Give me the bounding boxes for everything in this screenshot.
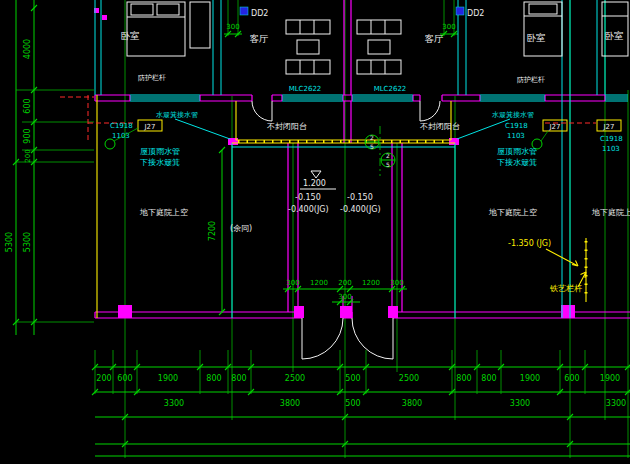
bed-left (127, 2, 185, 56)
dim-left-4000: 4000 (23, 39, 32, 59)
dim-left-5300-outer: 5300 (5, 232, 14, 252)
dim-r1-0: 200 (96, 374, 111, 383)
dim-r1-7: 2500 (399, 374, 419, 383)
dim-r1-12: 1900 (600, 374, 620, 383)
note-scupper-right: 水簸箕接水管 (492, 111, 534, 119)
sofa-right (357, 20, 401, 74)
wardrobe-left (190, 2, 210, 48)
dim-mid-300b: 300 (390, 279, 403, 287)
tag-mlc2622-right: MLC2622 (374, 85, 407, 93)
dd2-symbol-right (456, 7, 464, 15)
note-courtyard-right: 地下庭院上空 (488, 208, 537, 217)
dim-7200: 7200 (208, 221, 217, 241)
dim-r1-3: 800 (206, 374, 221, 383)
room-label-bedroom-left: 卧室 (121, 30, 140, 41)
dim-mid-1200a: 1200 (310, 279, 328, 287)
grid-centerlines (125, 0, 628, 458)
top-dimensions: 300 300 (224, 0, 458, 37)
tag-j27-far-right: J27 (603, 123, 615, 131)
tag-c1918-right: C1918 (505, 122, 528, 130)
tag-c1918-size-left: 1103 (112, 132, 130, 140)
level-minus-0400-a: -0.400(JG) (288, 205, 329, 214)
balcony-door-left (252, 101, 272, 121)
dim-left-5300-inner: 5300 (23, 232, 32, 252)
dim-r2-1: 3800 (280, 399, 300, 408)
column (561, 305, 575, 318)
bed-right (524, 2, 562, 56)
level-minus-0150-b: -0.150 (347, 193, 373, 202)
dim-r1-10: 1900 (520, 374, 540, 383)
dim-r2-4: 3300 (510, 399, 530, 408)
level-1200: 1.200 (303, 179, 326, 188)
dim-mid-1200b: 1200 (362, 279, 380, 287)
balcony-door-right (420, 101, 440, 121)
tag-c1918-left: C1918 (110, 122, 133, 130)
dim-r1-2: 1900 (158, 374, 178, 383)
cad-drawing-area[interactable]: 4000 600 900 200 5300 5300 300 300 (0, 0, 630, 464)
tag-j27-right: J27 (549, 123, 561, 131)
tag-mlc2622-left: MLC2622 (289, 85, 322, 93)
section-marker-1: 2 5 (365, 134, 379, 150)
dim-left-900: 900 (23, 128, 32, 143)
level-minus-1350: -1.350 (JG) (508, 239, 551, 248)
tag-dd2-right: DD2 (467, 9, 484, 18)
dim-r1-6: 500 (345, 374, 360, 383)
section-number: 2 (386, 152, 390, 159)
dim-r1-4: 800 (231, 374, 246, 383)
dd2-symbol-left (240, 7, 248, 15)
bed-far-right (602, 2, 628, 56)
section-marker-2: 2 5 (381, 152, 395, 168)
level-minus-0400-b: -0.400(JG) (340, 205, 381, 214)
note-scupper-left: 水簸箕接水管 (156, 111, 198, 119)
dim-left-200: 200 (24, 149, 32, 162)
dim-r1-8: 800 (456, 374, 471, 383)
dim-r2-0: 3300 (164, 399, 184, 408)
note-rain-pipe-1-right: 屋顶雨水管 (497, 147, 537, 156)
column (340, 306, 352, 318)
section-number: 2 (370, 134, 374, 141)
wall-mark (102, 15, 107, 20)
dim-mid-300c: 300 (338, 293, 351, 301)
note-guard-railing-right: 防护栏杆 (517, 75, 545, 84)
dim-r2-5: 3300 (606, 399, 626, 408)
tag-c1918-size-far-right: 1103 (602, 145, 620, 153)
section-sheet: 5 (370, 143, 374, 150)
note-courtyard-left: 地下庭院上空 (139, 208, 188, 217)
note-open-balcony-right: 不封闭阳台 (420, 122, 460, 131)
note-open-balcony-left: 不封闭阳台 (267, 122, 307, 131)
bottom-dimensions: 200 600 1900 800 800 2500 500 2500 800 8… (92, 350, 630, 456)
room-label-living-left: 客厅 (250, 33, 269, 44)
dim-r2-3: 3800 (402, 399, 422, 408)
column (294, 306, 304, 318)
coffee-table (297, 40, 319, 54)
note-same-as: (余同) (230, 224, 252, 233)
dim-mid-300a: 300 (286, 279, 299, 287)
left-dimensions: 4000 600 900 200 5300 5300 (5, 0, 94, 335)
dim-r1-9: 800 (481, 374, 496, 383)
note-guard-railing-left: 防护栏杆 (138, 73, 166, 82)
courtyard-door-left (302, 318, 343, 359)
dim-r1-11: 600 (564, 374, 579, 383)
dim-mid-200: 200 (338, 279, 351, 287)
cad-canvas: 4000 600 900 200 5300 5300 300 300 (0, 0, 630, 464)
tag-c1918-far-right: C1918 (600, 135, 623, 143)
leader-bubble-left (105, 139, 115, 149)
courtyard-door-right (352, 318, 393, 359)
column (388, 306, 398, 318)
room-label-bedroom-right: 卧室 (527, 32, 546, 43)
note-rain-pipe-1-left: 屋顶雨水管 (140, 147, 180, 156)
dim-top-300-right: 300 (442, 23, 455, 31)
tag-j27-left: J27 (144, 123, 156, 131)
dim-r2-2: 500 (345, 399, 360, 408)
section-sheet: 5 (386, 161, 390, 168)
level-minus-0150-a: -0.150 (295, 193, 321, 202)
sofa-left (286, 20, 330, 74)
coffee-table (368, 40, 390, 54)
column (118, 305, 132, 318)
room-label-bedroom-far-right: 卧室 (605, 30, 624, 41)
room-label-living-right: 客厅 (425, 33, 444, 44)
note-courtyard-far-right: 地下庭院上空 (591, 208, 630, 217)
tag-dd2-left: DD2 (251, 9, 268, 18)
dim-r1-1: 600 (117, 374, 132, 383)
furniture (127, 2, 628, 74)
